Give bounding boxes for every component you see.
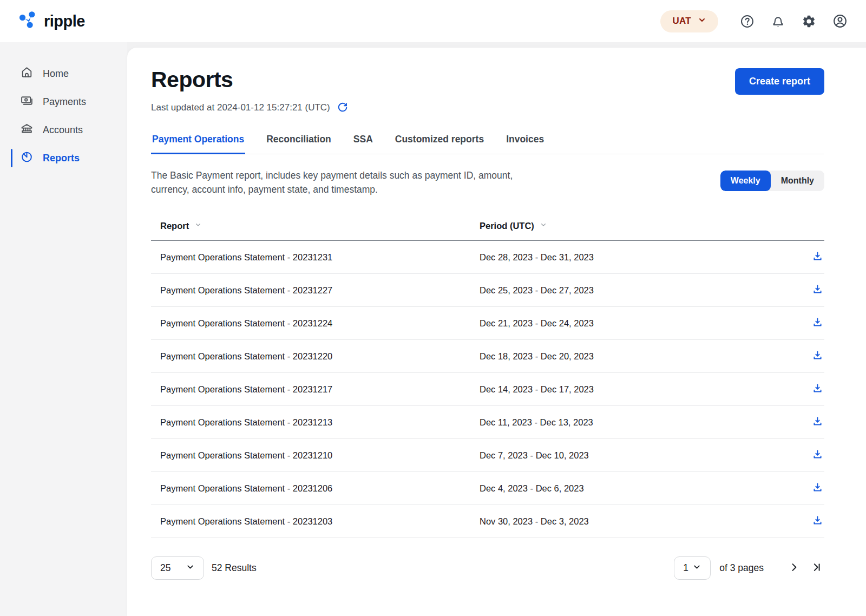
create-report-button[interactable]: Create report: [735, 68, 824, 95]
download-icon: [812, 350, 823, 363]
table-row: Payment Operations Statement - 20231203 …: [151, 505, 824, 538]
gear-icon: [802, 14, 816, 29]
refresh-button[interactable]: [337, 101, 348, 114]
download-button[interactable]: [811, 382, 824, 397]
download-button[interactable]: [811, 481, 824, 496]
last-page-button[interactable]: [809, 560, 824, 576]
download-icon: [812, 383, 823, 396]
chevron-down-icon: [692, 562, 701, 574]
sort-chevron-icon: [194, 220, 202, 231]
sort-chevron-icon: [539, 220, 548, 231]
last-updated-text: Last updated at 2024-01-12 15:27:21 (UTC…: [151, 102, 330, 113]
ripple-logo: ripple: [18, 11, 85, 31]
weekly-toggle-button[interactable]: Weekly: [720, 171, 771, 191]
download-button[interactable]: [811, 415, 824, 430]
reports-table: Report Period (UTC) Payment Operations S…: [151, 220, 824, 538]
last-page-icon: [811, 562, 822, 574]
table-row: Payment Operations Statement - 20231224 …: [151, 307, 824, 340]
tab-ssa[interactable]: SSA: [352, 130, 374, 154]
notifications-button[interactable]: [771, 14, 785, 29]
account-button[interactable]: [832, 14, 848, 29]
chevron-down-icon: [698, 16, 706, 27]
help-button[interactable]: [740, 14, 755, 29]
column-header-report[interactable]: Report: [160, 220, 480, 231]
report-name: Payment Operations Statement - 20231217: [160, 384, 480, 395]
report-name: Payment Operations Statement - 20231206: [160, 483, 480, 494]
period-toggle: Weekly Monthly: [720, 171, 824, 191]
payments-icon: [20, 94, 34, 110]
download-button[interactable]: [811, 349, 824, 364]
report-period: Dec 4, 2023 - Dec 6, 2023: [480, 483, 803, 494]
page-title: Reports: [151, 67, 348, 93]
report-name: Payment Operations Statement - 20231220: [160, 351, 480, 362]
report-name: Payment Operations Statement - 20231203: [160, 516, 480, 527]
download-icon: [812, 416, 823, 429]
current-page-value: 1: [683, 562, 688, 574]
report-description: The Basic Payment report, includes key p…: [151, 168, 530, 196]
tab-reconciliation[interactable]: Reconciliation: [265, 130, 332, 154]
topbar: ripple UAT: [0, 0, 866, 42]
tab-customized-reports[interactable]: Customized reports: [394, 130, 485, 154]
report-period: Dec 14, 2023 - Dec 17, 2023: [480, 384, 803, 395]
results-count: 52 Results: [212, 562, 257, 574]
download-button[interactable]: [811, 514, 824, 529]
tab-payment-operations[interactable]: Payment Operations: [151, 130, 245, 154]
report-name: Payment Operations Statement - 20231227: [160, 285, 480, 296]
sidebar-item-label: Accounts: [43, 125, 83, 135]
column-label: Report: [160, 221, 189, 231]
sidebar-item-label: Payments: [43, 97, 86, 107]
table-row: Payment Operations Statement - 20231231 …: [151, 241, 824, 274]
sidebar: Home Payments Accounts: [0, 42, 127, 616]
home-icon: [20, 65, 34, 82]
download-button[interactable]: [811, 250, 824, 265]
report-tabs: Payment Operations Reconciliation SSA Cu…: [151, 130, 824, 154]
page-number-select[interactable]: 1: [674, 556, 711, 580]
download-icon: [812, 449, 823, 462]
page-size-value: 25: [160, 562, 170, 574]
page-size-select[interactable]: 25: [151, 556, 204, 580]
next-page-button[interactable]: [786, 560, 802, 576]
sidebar-item-reports[interactable]: Reports: [0, 144, 127, 172]
report-name: Payment Operations Statement - 20231224: [160, 318, 480, 329]
sidebar-item-label: Reports: [43, 153, 80, 163]
download-icon: [812, 251, 823, 264]
download-icon: [812, 482, 823, 495]
sidebar-item-accounts[interactable]: Accounts: [0, 116, 127, 144]
tab-invoices[interactable]: Invoices: [505, 130, 545, 154]
download-button[interactable]: [811, 283, 824, 298]
table-row: Payment Operations Statement - 20231220 …: [151, 340, 824, 373]
monthly-toggle-button[interactable]: Monthly: [771, 171, 824, 191]
environment-dropdown[interactable]: UAT: [660, 10, 718, 32]
chevron-right-icon: [789, 562, 799, 574]
report-name: Payment Operations Statement - 20231210: [160, 450, 480, 461]
report-table-body: Payment Operations Statement - 20231231 …: [151, 241, 824, 538]
total-pages-text: of 3 pages: [719, 562, 764, 574]
column-label: Period (UTC): [480, 221, 534, 231]
bell-icon: [771, 14, 785, 29]
report-name: Payment Operations Statement - 20231231: [160, 252, 480, 263]
refresh-icon: [337, 101, 348, 114]
table-row: Payment Operations Statement - 20231206 …: [151, 472, 824, 505]
table-row: Payment Operations Statement - 20231227 …: [151, 274, 824, 307]
settings-button[interactable]: [802, 14, 816, 29]
pagination: 25 52 Results 1 of 3 pages: [151, 556, 824, 580]
report-period: Nov 30, 2023 - Dec 3, 2023: [480, 516, 803, 527]
table-header: Report Period (UTC): [151, 220, 824, 241]
sidebar-item-home[interactable]: Home: [0, 60, 127, 88]
download-button[interactable]: [811, 316, 824, 331]
brand-name: ripple: [44, 12, 85, 30]
report-period: Dec 18, 2023 - Dec 20, 2023: [480, 351, 803, 362]
table-row: Payment Operations Statement - 20231210 …: [151, 439, 824, 472]
column-header-period[interactable]: Period (UTC): [480, 220, 548, 231]
download-icon: [812, 284, 823, 297]
report-period: Dec 11, 2023 - Dec 13, 2023: [480, 417, 803, 428]
reports-icon: [20, 150, 34, 166]
environment-label: UAT: [672, 16, 691, 27]
report-period: Dec 28, 2023 - Dec 31, 2023: [480, 252, 803, 263]
sidebar-item-payments[interactable]: Payments: [0, 88, 127, 116]
report-name: Payment Operations Statement - 20231213: [160, 417, 480, 428]
table-row: Payment Operations Statement - 20231213 …: [151, 406, 824, 439]
download-button[interactable]: [811, 448, 824, 463]
download-icon: [812, 515, 823, 528]
chevron-down-icon: [186, 562, 195, 574]
